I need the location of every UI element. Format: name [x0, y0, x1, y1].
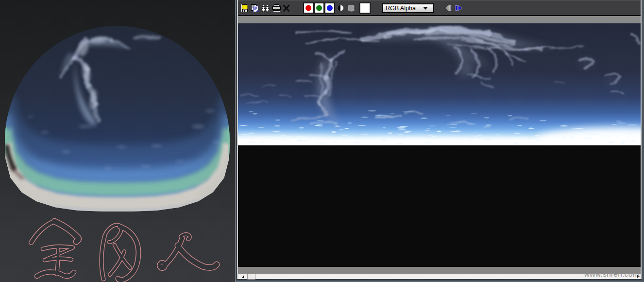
svg-text:RGB Alpha: RGB Alpha [386, 5, 416, 12]
